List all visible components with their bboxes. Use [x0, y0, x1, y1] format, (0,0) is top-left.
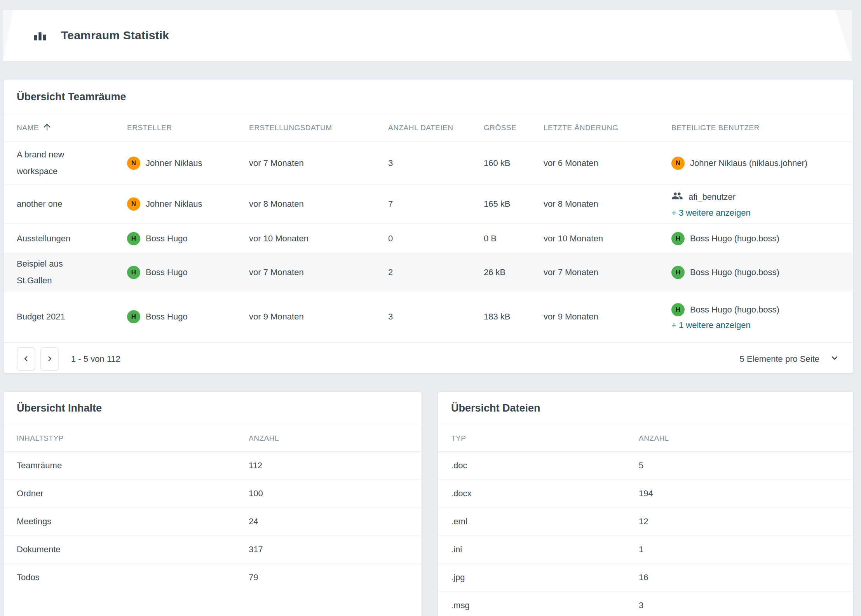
teamroom-name: Budget 2021 — [17, 309, 94, 325]
column-header-ersteller[interactable]: ERSTELLER — [127, 124, 249, 132]
size: 160 kB — [484, 158, 544, 168]
teamrooms-card-title: Übersicht Teamräume — [4, 80, 853, 114]
files-card: Übersicht Dateien TYP ANZAHL .doc 5 .doc… — [438, 392, 853, 616]
content-type: Meetings — [17, 517, 249, 527]
file-count: 3 — [639, 600, 840, 611]
content-count: 100 — [249, 489, 409, 499]
content-type: Todos — [17, 572, 249, 583]
avatar: H — [671, 303, 685, 316]
avatar: N — [127, 197, 140, 211]
creator-cell: N Johner Niklaus — [127, 157, 249, 170]
table-row[interactable]: Todos 79 — [4, 564, 422, 591]
users-cell: H Boss Hugo (hugo.boss) — [671, 260, 840, 284]
table-row[interactable]: .jpg 16 — [438, 564, 853, 592]
creator-name: Johner Niklaus — [146, 199, 202, 209]
column-header-inhaltstyp[interactable]: INHALTSTYP — [17, 434, 249, 443]
page: Teamraum Statistik Übersicht Teamräume N… — [0, 0, 861, 616]
avatar: N — [127, 157, 140, 170]
table-row[interactable]: .msg 3 — [438, 592, 853, 616]
users-cell: afi_benutzer + 3 weitere anzeigen — [671, 185, 840, 223]
creator-cell: H Boss Hugo — [127, 266, 249, 279]
content-count: 317 — [249, 544, 409, 555]
avatar: H — [671, 232, 685, 245]
modified-date: vor 8 Monaten — [544, 199, 671, 209]
avatar: N — [671, 157, 685, 170]
content-count: 112 — [249, 461, 409, 471]
file-count: 2 — [388, 267, 484, 277]
contents-card: Übersicht Inhalte INHALTSTYP ANZAHL Team… — [4, 392, 422, 616]
content-type: Dokumente — [17, 544, 249, 555]
column-header-typ[interactable]: TYP — [451, 434, 639, 443]
table-row[interactable]: another one N Johner Niklaus vor 8 Monat… — [4, 185, 853, 224]
teamrooms-card: Übersicht Teamräume NAME ERSTELLER ERSTE… — [4, 80, 853, 373]
page-title: Teamraum Statistik — [61, 29, 169, 42]
creator-name: Boss Hugo — [146, 267, 188, 277]
created-date: vor 10 Monaten — [249, 234, 388, 244]
column-header-beteiligte-benutzer[interactable]: BETEILIGTE BENUTZER — [671, 124, 840, 132]
avatar: H — [671, 266, 685, 279]
content-type: Teamräume — [17, 461, 249, 471]
sort-ascending-icon — [42, 122, 52, 134]
table-row[interactable]: .eml 12 — [438, 508, 853, 536]
column-header-letzte-aenderung[interactable]: LETZTE ÄNDERUNG — [544, 124, 671, 132]
users-cell: N Johner Niklaus (niklaus.johner) — [671, 151, 840, 175]
file-count: 16 — [639, 572, 840, 583]
column-header-anzahl-dateien[interactable]: ANZAHL DATEIEN — [388, 124, 484, 132]
file-count: 1 — [639, 544, 840, 555]
previous-page-button[interactable] — [17, 347, 35, 371]
file-type: .msg — [451, 600, 639, 611]
table-row[interactable]: Budget 2021 H Boss Hugo vor 9 Monaten 3 … — [4, 291, 853, 342]
table-row[interactable]: Ausstellungen H Boss Hugo vor 10 Monaten… — [4, 224, 853, 254]
table-row[interactable]: .docx 194 — [438, 480, 853, 508]
table-row[interactable]: Dokumente 317 — [4, 536, 422, 564]
modified-date: vor 9 Monaten — [544, 312, 671, 322]
table-row[interactable]: A brand new workspace N Johner Niklaus v… — [4, 142, 853, 185]
user-name: Boss Hugo (hugo.boss) — [690, 234, 779, 244]
table-row[interactable]: Beispiel aus St.Gallen H Boss Hugo vor 7… — [4, 254, 853, 291]
file-count: 3 — [388, 158, 484, 168]
show-more-users-link[interactable]: + 3 weitere anzeigen — [671, 208, 751, 218]
creator-cell: N Johner Niklaus — [127, 197, 249, 211]
file-count: 194 — [639, 489, 840, 499]
column-header-erstellungsdatum[interactable]: ERSTELLUNGSDATUM — [249, 124, 388, 132]
table-row[interactable]: Teamräume 112 — [4, 452, 422, 480]
page-size-label: 5 Elemente pro Seite — [740, 354, 819, 364]
avatar: H — [127, 310, 140, 323]
show-more-users-link[interactable]: + 1 weitere anzeigen — [671, 320, 751, 330]
creator-name: Boss Hugo — [146, 234, 188, 244]
pagination-bar: 1 - 5 von 112 5 Elemente pro Seite — [4, 342, 853, 373]
teamroom-name: another one — [17, 196, 94, 213]
page-size-dropdown[interactable]: 5 Elemente pro Seite — [740, 352, 840, 366]
file-count: 5 — [639, 461, 840, 471]
content-count: 79 — [249, 572, 409, 583]
created-date: vor 8 Monaten — [249, 199, 388, 209]
group-icon — [671, 190, 683, 204]
avatar: H — [127, 266, 140, 279]
size: 26 kB — [484, 267, 544, 277]
column-header-groesse[interactable]: GRÖSSE — [484, 124, 544, 132]
modified-date: vor 10 Monaten — [544, 234, 671, 244]
modified-date: vor 6 Monaten — [544, 158, 671, 168]
table-row[interactable]: Meetings 24 — [4, 508, 422, 536]
table-row[interactable]: .doc 5 — [438, 452, 853, 480]
teamroom-name: Ausstellungen — [17, 230, 94, 247]
file-count: 0 — [388, 234, 484, 244]
column-header-anzahl[interactable]: ANZAHL — [639, 434, 840, 443]
teamroom-name: Beispiel aus St.Gallen — [17, 256, 94, 289]
contents-table-header: INHALTSTYP ANZAHL — [4, 425, 422, 452]
contents-card-title: Übersicht Inhalte — [4, 392, 422, 425]
column-header-anzahl[interactable]: ANZAHL — [249, 434, 409, 443]
user-name: afi_benutzer — [688, 192, 736, 202]
user-name: Johner Niklaus (niklaus.johner) — [690, 158, 807, 168]
next-page-button[interactable] — [40, 347, 59, 371]
size: 183 kB — [484, 312, 544, 322]
users-cell: H Boss Hugo (hugo.boss) + 1 weitere anze… — [671, 298, 840, 336]
table-row[interactable]: Ordner 100 — [4, 480, 422, 508]
column-header-name[interactable]: NAME — [17, 122, 127, 134]
table-row[interactable]: .ini 1 — [438, 536, 853, 564]
user-name: Boss Hugo (hugo.boss) — [690, 305, 779, 315]
creator-name: Johner Niklaus — [146, 158, 202, 168]
creator-cell: H Boss Hugo — [127, 310, 249, 323]
size: 0 B — [484, 234, 544, 244]
file-count: 7 — [388, 199, 484, 209]
